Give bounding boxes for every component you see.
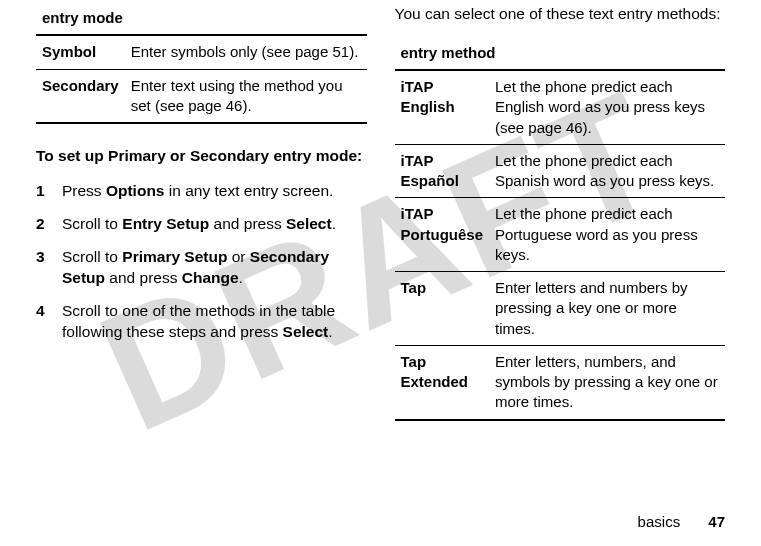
step-text: or bbox=[227, 248, 249, 265]
step-text: . bbox=[332, 215, 336, 232]
entry-method-desc: Let the phone predict each Portuguese wo… bbox=[489, 198, 725, 272]
step-key: Primary Setup bbox=[122, 248, 227, 265]
table-row: iTAP Portuguêse Let the phone predict ea… bbox=[395, 198, 726, 272]
table-row: Secondary Enter text using the method yo… bbox=[36, 69, 367, 123]
step-text: and press bbox=[105, 269, 182, 286]
page-content: entry mode Symbol Enter symbols only (se… bbox=[0, 0, 761, 421]
list-item: Scroll to Entry Setup and press Select. bbox=[36, 214, 367, 235]
entry-method-desc: Let the phone predict each English word … bbox=[489, 70, 725, 144]
entry-mode-desc: Enter symbols only (see page 51). bbox=[125, 35, 367, 69]
step-text: and press bbox=[209, 215, 286, 232]
step-key: Change bbox=[182, 269, 239, 286]
step-text: . bbox=[328, 323, 332, 340]
step-text: Scroll to bbox=[62, 215, 122, 232]
page-footer: basics 47 bbox=[638, 513, 725, 530]
entry-mode-desc: Enter text using the method you set (see… bbox=[125, 69, 367, 123]
step-key: Select bbox=[286, 215, 332, 232]
entry-method-name: iTAP Portuguêse bbox=[395, 198, 490, 272]
entry-method-desc: Enter letters, numbers, and symbols by p… bbox=[489, 345, 725, 419]
step-text: Press bbox=[62, 182, 106, 199]
entry-mode-table: entry mode Symbol Enter symbols only (se… bbox=[36, 4, 367, 124]
footer-page-number: 47 bbox=[708, 513, 725, 530]
step-text: . bbox=[239, 269, 243, 286]
step-text: Scroll to bbox=[62, 248, 122, 265]
setup-lead: To set up Primary or Secondary entry mod… bbox=[36, 146, 367, 167]
methods-intro: You can select one of these text entry m… bbox=[395, 4, 726, 25]
list-item: Press Options in any text entry screen. bbox=[36, 181, 367, 202]
step-key: Options bbox=[106, 182, 165, 199]
right-column: You can select one of these text entry m… bbox=[395, 4, 726, 421]
step-key: Entry Setup bbox=[122, 215, 209, 232]
entry-method-name: Tap bbox=[395, 272, 490, 346]
list-item: Scroll to Primary Setup or Secondary Set… bbox=[36, 247, 367, 289]
setup-steps: Press Options in any text entry screen. … bbox=[36, 181, 367, 343]
table-row: iTAP English Let the phone predict each … bbox=[395, 70, 726, 144]
entry-method-desc: Enter letters and numbers by pressing a … bbox=[489, 272, 725, 346]
entry-method-desc: Let the phone predict each Spanish word … bbox=[489, 144, 725, 198]
entry-method-table: entry method iTAP English Let the phone … bbox=[395, 39, 726, 421]
entry-method-name: Tap Extended bbox=[395, 345, 490, 419]
left-column: entry mode Symbol Enter symbols only (se… bbox=[36, 4, 367, 421]
table-row: iTAP Español Let the phone predict each … bbox=[395, 144, 726, 198]
entry-method-header: entry method bbox=[395, 39, 726, 70]
footer-section: basics bbox=[638, 513, 681, 530]
entry-method-name: iTAP English bbox=[395, 70, 490, 144]
step-text: in any text entry screen. bbox=[165, 182, 334, 199]
table-row: Tap Extended Enter letters, numbers, and… bbox=[395, 345, 726, 419]
table-row: Tap Enter letters and numbers by pressin… bbox=[395, 272, 726, 346]
entry-mode-name: Secondary bbox=[36, 69, 125, 123]
list-item: Scroll to one of the methods in the tabl… bbox=[36, 301, 367, 343]
step-key: Select bbox=[283, 323, 329, 340]
entry-method-name: iTAP Español bbox=[395, 144, 490, 198]
entry-mode-name: Symbol bbox=[36, 35, 125, 69]
table-row: Symbol Enter symbols only (see page 51). bbox=[36, 35, 367, 69]
entry-mode-header: entry mode bbox=[36, 4, 367, 35]
